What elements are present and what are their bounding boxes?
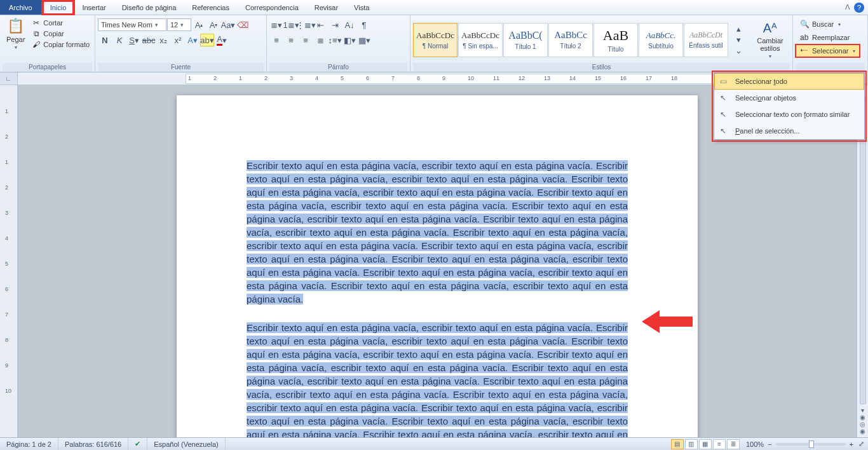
status-page[interactable]: Página: 1 de 2 [0,438,58,450]
style-scroll-down[interactable]: ▾ [731,34,745,45]
text-effects-button[interactable]: A▾ [186,34,200,46]
zoom-fit-button[interactable]: ⤢ [858,440,864,448]
style-t-tulo-1[interactable]: AaBbC(Título 1 [503,23,548,57]
select-button[interactable]: ⭪Seleccionar▾ [796,44,860,57]
style-more[interactable]: ⌄ [731,45,745,56]
line-spacing-button[interactable]: ↕≡▾ [328,34,342,46]
style-subt-tulo[interactable]: AaBbCc.Subtítulo [639,23,683,57]
zoom-thumb[interactable] [809,440,814,448]
clear-format-button[interactable]: ⌫ [236,18,250,31]
view-full-reading[interactable]: ▥ [685,439,698,449]
select-menu-seleccionar-texto-con-formato-similar[interactable]: ↖Seleccionar texto con formato similar [714,106,864,123]
paragraph-1[interactable]: Escribir texto aquí en esta página vacía… [247,159,628,306]
group-label-editing [796,63,865,72]
shading-button[interactable]: ◧▾ [342,34,356,46]
font-color-button[interactable]: A▾ [215,34,229,46]
zoom-in-button[interactable]: + [850,440,853,448]
cut-button[interactable]: ✂Cortar [30,18,92,28]
style--normal[interactable]: AaBbCcDc¶ Normal [413,23,458,57]
paragraph-2[interactable]: Escribir texto aquí en esta página vacía… [247,321,628,437]
status-words[interactable]: Palabras: 616/616 [58,438,128,450]
bold-button[interactable]: N [98,34,112,46]
bullets-button[interactable]: ≣▾ [269,18,283,31]
change-styles-icon: Aᴬ [763,20,777,36]
tab-insertar[interactable]: Insertar [74,0,114,15]
next-page-icon[interactable]: ◉ [860,428,865,435]
status-proof[interactable]: ✔ [128,438,147,450]
style--nfasis-sutil[interactable]: AaBbCcDtÉnfasis sutil [684,23,728,57]
ruler-corner[interactable]: ∟ [0,72,18,85]
svg-marker-0 [642,310,693,333]
format-painter-button[interactable]: 🖌Copiar formato [30,39,92,50]
sort-button[interactable]: A↓ [342,18,356,31]
minimize-ribbon-icon[interactable]: ᐱ [845,3,850,11]
multilevel-button[interactable]: ⋮≣▾ [299,18,313,31]
browse-object-icon[interactable]: ◎ [860,421,865,428]
italic-button[interactable]: K [112,34,126,46]
prev-page-icon[interactable]: ◉ [860,414,865,421]
decrease-indent-button[interactable]: ⇤ [313,18,327,31]
tab-referencias[interactable]: Referencias [184,0,238,15]
borders-button[interactable]: ▦▾ [357,34,371,46]
view-draft[interactable]: ≣ [727,439,740,449]
highlight-button[interactable]: ab▾ [200,34,214,46]
menu-bar: Archivo Inicio Insertar Diseño de página… [0,0,868,15]
callout-arrow [642,308,693,336]
copy-icon: ⧉ [32,29,41,38]
tab-diseno[interactable]: Diseño de página [114,0,185,15]
select-menu-panel-de-selecci-n-[interactable]: ↖Panel de selección... [714,123,864,139]
change-case-button[interactable]: Aa▾ [221,18,235,31]
selected-text: Escribir texto aquí en esta página vacía… [247,160,628,304]
selected-text: Escribir texto aquí en esta página vacía… [247,322,628,437]
view-print-layout[interactable]: ▤ [671,439,684,449]
scroll-down-icon[interactable]: ▾ [861,407,864,414]
tab-file[interactable]: Archivo [0,0,42,15]
align-center-button[interactable]: ≡ [284,34,298,46]
document-page[interactable]: Escribir texto aquí en esta página vacía… [177,95,698,437]
show-marks-button[interactable]: ¶ [357,18,371,31]
help-icon[interactable]: ? [854,3,864,13]
subscript-button[interactable]: x₂ [156,34,170,46]
align-left-button[interactable]: ≡ [269,34,283,46]
change-styles-button[interactable]: Aᴬ Cambiar estilos ▾ [750,19,790,60]
font-name-select[interactable]: Times New Rom▾ [98,18,166,31]
style--sin-espa-[interactable]: AaBbCcDc¶ Sin espa... [458,23,503,57]
group-label-font: Fuente [98,63,264,72]
zoom-slider[interactable] [776,443,846,446]
tab-vista[interactable]: Vista [346,0,377,15]
scissors-icon: ✂ [32,18,41,27]
group-label-paragraph: Párrafo [269,63,407,72]
menu-item-icon: ↖ [720,110,730,119]
superscript-button[interactable]: x² [171,34,185,46]
increase-indent-button[interactable]: ⇥ [328,18,342,31]
paste-icon: 📋 [7,18,24,34]
find-button[interactable]: 🔍Buscar▾ [796,18,860,31]
zoom-out-button[interactable]: − [768,440,771,448]
style-t-tulo[interactable]: AaBTítulo [593,23,638,57]
copy-button[interactable]: ⧉Copiar [30,29,92,39]
tab-inicio[interactable]: Inicio [42,0,75,15]
underline-button[interactable]: S▾ [127,34,141,46]
justify-button[interactable]: ≣ [313,34,327,46]
group-clipboard: 📋 Pegar ▾ ✂Cortar ⧉Copiar 🖌Copiar format… [0,15,95,72]
select-menu-seleccionar-todo[interactable]: ▭Seleccionar todo [714,73,864,90]
vertical-ruler[interactable]: 121 234 567 8910 [0,85,18,437]
grow-font-button[interactable]: A▴ [192,18,206,31]
tab-revisar[interactable]: Revisar [307,0,346,15]
style-t-tulo-2[interactable]: AaBbCcTítulo 2 [548,23,593,57]
style-scroll-up[interactable]: ▴ [731,24,745,34]
replace-button[interactable]: abReemplazar [796,31,860,44]
zoom-value[interactable]: 100% [746,440,764,448]
scroll-thumb[interactable] [860,97,866,404]
align-right-button[interactable]: ≡ [299,34,313,46]
status-language[interactable]: Español (Venezuela) [147,438,226,450]
paste-button[interactable]: 📋 Pegar ▾ [3,17,29,51]
paste-label: Pegar [6,36,25,43]
view-web[interactable]: ▦ [699,439,712,449]
shrink-font-button[interactable]: A▾ [207,18,220,31]
strike-button[interactable]: abc [142,34,156,46]
view-outline[interactable]: ≡ [713,439,726,449]
tab-correspondencia[interactable]: Correspondencia [238,0,307,15]
font-size-select[interactable]: 12▾ [167,18,191,31]
select-menu-seleccionar-objetos[interactable]: ↖Seleccionar objetos [714,90,864,106]
